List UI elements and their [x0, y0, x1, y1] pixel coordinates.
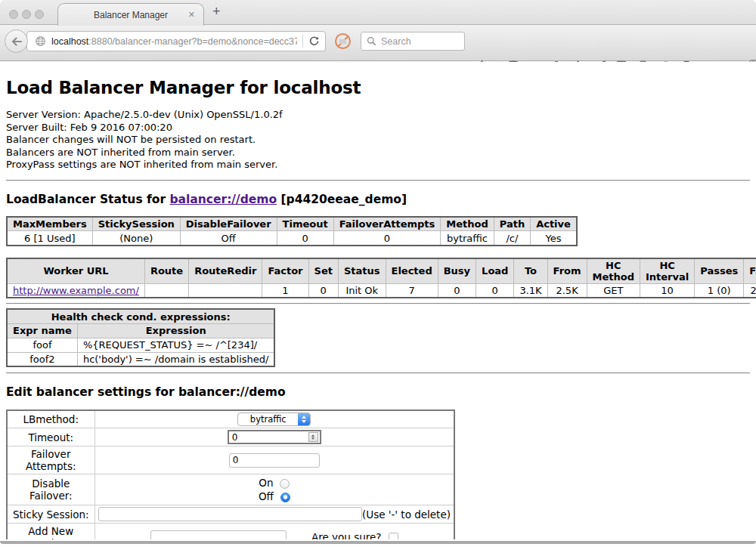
table-cell	[144, 283, 188, 298]
table-row: foof2 hc('body') =~ /domain is establish…	[7, 352, 274, 366]
table-cell: 2 (0)	[744, 283, 756, 298]
lbmethod-row: LBmethod: bytraffic	[7, 410, 454, 428]
back-arrow-icon	[11, 36, 23, 47]
table-cell: 1	[262, 283, 308, 298]
add-worker-row: Add New Worker: Are you sure?	[7, 524, 454, 539]
timeout-label: Timeout:	[7, 428, 94, 446]
column-header: Method	[441, 217, 494, 231]
on-radio-label: On	[259, 477, 273, 489]
tab-close-icon[interactable]: ✕	[188, 10, 195, 20]
are-you-sure-checkbox[interactable]	[389, 533, 398, 539]
column-header: To	[514, 258, 547, 284]
health-table-title: Health check cond. expressions:	[7, 309, 274, 323]
balancer-params-table: MaxMembersStickySessionDisableFailoverTi…	[6, 216, 578, 246]
add-worker-input[interactable]	[150, 530, 287, 539]
disable-failover-row: Disable Failover: On Off	[7, 474, 454, 505]
new-tab-button[interactable]: +	[212, 4, 221, 20]
close-window-button[interactable]	[9, 10, 18, 19]
lb-status-prefix: LoadBalancer Status for	[6, 193, 169, 206]
on-radio[interactable]	[280, 479, 290, 489]
search-input[interactable]: Search	[381, 36, 411, 47]
tab-balancer-manager[interactable]: Balancer Manager ✕	[57, 3, 204, 26]
column-header: Elected	[386, 258, 438, 284]
column-header: Expression	[77, 323, 274, 338]
column-header: Load	[476, 258, 514, 284]
table-header-row: Health check cond. expressions:	[7, 309, 274, 323]
select-stepper-icon	[298, 413, 310, 425]
timeout-input[interactable]: 0	[228, 430, 321, 444]
failover-attempts-row: Failover Attempts:	[7, 446, 454, 474]
off-radio[interactable]	[280, 493, 290, 502]
window-controls	[9, 10, 44, 19]
column-header: MaxMembers	[7, 217, 92, 231]
table-cell: /c/	[494, 231, 530, 246]
url-bar[interactable]: localhost:8880/balancer-manager?b=demo&n…	[26, 31, 326, 51]
server-info: Server Version: Apache/2.5.0-dev (Unix) …	[6, 109, 750, 171]
column-header: Set	[308, 258, 338, 284]
column-header: Active	[531, 217, 577, 231]
lbmethod-selected-value: bytraffic	[238, 413, 298, 425]
failover-attempts-input[interactable]	[229, 453, 320, 468]
disable-failover-field-cell: On Off	[94, 474, 454, 505]
content-blocked-icon[interactable]	[335, 33, 351, 49]
server-version-line: Server Version: Apache/2.5.0-dev (Unix) …	[6, 109, 750, 122]
sticky-session-note: (Use '-' to delete)	[362, 508, 451, 521]
table-cell	[189, 283, 262, 298]
table-cell: 0	[277, 231, 333, 246]
column-header: Fails	[744, 258, 756, 284]
section-divider	[6, 303, 750, 304]
column-header: Route	[144, 258, 188, 284]
table-cell: 6 [1 Used]	[7, 231, 92, 246]
page-content: Load Balancer Manager for localhost Serv…	[0, 62, 756, 539]
table-header-row: Expr name Expression	[7, 323, 274, 338]
proxypass-note-line: ProxyPass settings are NOT inherited fro…	[6, 159, 750, 171]
column-header: RouteRedir	[189, 258, 262, 284]
table-cell: %{REQUEST_STATUS} =~ /^[234]/	[77, 338, 274, 352]
balancer-demo-link[interactable]: balancer://demo	[169, 193, 277, 206]
edit-settings-heading: Edit balancer settings for balancer://de…	[6, 385, 750, 399]
column-header: Expr name	[7, 323, 77, 338]
zoom-window-button[interactable]	[35, 10, 44, 19]
table-cell: bytraffic	[441, 231, 494, 246]
timeout-value: 0	[232, 432, 308, 443]
column-header: Timeout	[277, 217, 333, 231]
number-spinner-icon[interactable]	[308, 432, 318, 442]
table-cell: GET	[587, 283, 640, 298]
table-cell: 0	[308, 283, 338, 298]
failover-field-cell	[94, 446, 454, 474]
table-cell: 0	[333, 231, 441, 246]
column-header: FailoverAttempts	[333, 217, 441, 231]
table-cell: hc('body') =~ /domain is established/	[77, 352, 274, 366]
table-cell: 0	[438, 283, 476, 298]
lbmethod-select[interactable]: bytraffic	[237, 412, 311, 426]
table-cell: Init Ok	[338, 283, 386, 298]
tab-title: Balancer Manager	[94, 10, 168, 20]
edit-balancer-form: LBmethod: bytraffic Timeout: 0	[6, 409, 455, 539]
table-cell: Yes	[531, 231, 577, 246]
sticky-session-input[interactable]	[98, 507, 362, 521]
column-header: DisableFailover	[180, 217, 277, 231]
table-cell: (None)	[92, 231, 180, 246]
table-cell: foof2	[7, 352, 77, 366]
page-title: Load Balancer Manager for localhost	[6, 78, 750, 97]
off-radio-label: Off	[259, 490, 274, 502]
table-cell: 7	[386, 283, 438, 298]
section-divider	[6, 180, 750, 181]
column-header: HC Interval	[640, 258, 694, 284]
url-text[interactable]: localhost:8880/balancer-manager?b=demo&n…	[51, 36, 297, 47]
minimize-window-button[interactable]	[22, 10, 31, 19]
table-cell: Off	[180, 231, 277, 246]
sticky-session-row: Sticky Session: (Use '-' to delete)	[7, 505, 454, 524]
back-button[interactable]	[5, 29, 28, 53]
persist-note-line: Balancer changes will NOT be persisted o…	[6, 134, 750, 147]
reload-icon[interactable]	[308, 36, 320, 47]
column-header: Passes	[695, 258, 744, 284]
table-cell: 2.5K	[547, 283, 587, 298]
table-row: http://www.example.com/10Init Ok7003.1K2…	[7, 283, 756, 298]
table-cell: 1 (0)	[695, 283, 744, 298]
search-bar[interactable]: Search	[361, 32, 465, 51]
column-header: Factor	[262, 258, 308, 284]
worker-url-link[interactable]: http://www.example.com/	[13, 285, 139, 296]
column-header: StickySession	[92, 217, 180, 231]
disable-failover-label: Disable Failover:	[7, 474, 94, 505]
